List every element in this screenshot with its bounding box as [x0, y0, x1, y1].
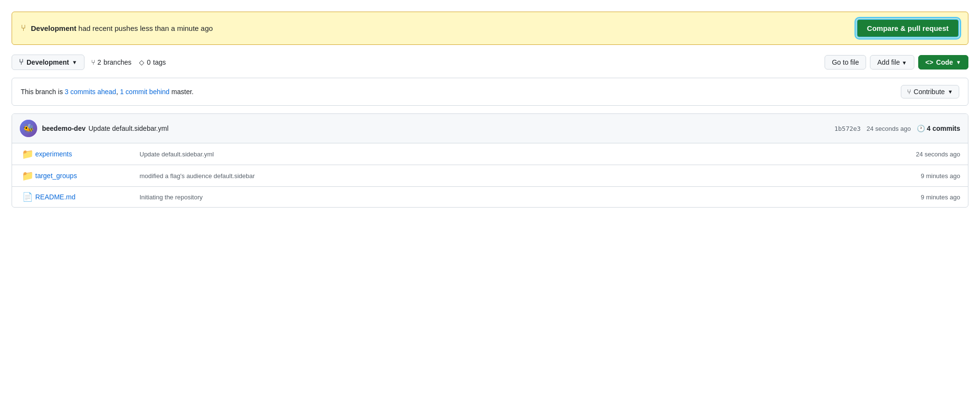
- code-button[interactable]: <> Code ▼: [918, 55, 968, 70]
- file-commit-message: modified a flag's audience default.sideb…: [132, 172, 902, 180]
- contribute-dropdown[interactable]: ⑂ Contribute ▼: [901, 85, 959, 98]
- branches-label: branches: [104, 58, 132, 66]
- file-name[interactable]: target_groups: [35, 172, 132, 180]
- banner-text: had recent pushes less than a minute ago: [76, 24, 213, 32]
- commit-author[interactable]: beedemo-dev: [42, 125, 85, 132]
- file-browser: 🐝 beedemo-dev Update default.sidebar.yml…: [12, 113, 968, 208]
- commit-message: Update default.sidebar.yml: [88, 125, 168, 132]
- commit-hash[interactable]: 1b572e3: [834, 125, 861, 132]
- branch-selector-label: Development: [27, 58, 69, 66]
- repo-toolbar: ⑂ Development ▼ ⑂ 2 branches ◇ 0 tags Go…: [12, 55, 968, 70]
- commit-time: 24 seconds ago: [867, 125, 911, 132]
- branches-link[interactable]: ⑂ 2 branches: [91, 58, 131, 66]
- contribute-icon: ⑂: [907, 88, 911, 96]
- banner-message: ⑂ Development had recent pushes less tha…: [21, 23, 213, 33]
- code-chevron: ▼: [956, 59, 961, 65]
- table-row: 📄README.mdInitiating the repository9 min…: [12, 187, 968, 207]
- file-commit-message: Update default.sidebar.yml: [132, 151, 902, 158]
- banner-branch-name: Development: [31, 24, 76, 32]
- code-icon: <>: [925, 58, 933, 66]
- tags-link[interactable]: ◇ 0 tags: [139, 58, 166, 66]
- commit-info: beedemo-dev Update default.sidebar.yml: [42, 125, 829, 132]
- avatar: 🐝: [20, 120, 37, 137]
- commits-count-label: 4 commits: [927, 125, 960, 132]
- commits-count-link[interactable]: 🕐 4 commits: [917, 125, 960, 132]
- branches-count: 2: [98, 58, 101, 66]
- folder-icon: 📁: [20, 148, 35, 160]
- branch-selector-chevron: ▼: [72, 59, 77, 65]
- branch-count-icon: ⑂: [91, 58, 95, 66]
- add-file-chevron: ▼: [902, 60, 907, 66]
- branch-status-bar: This branch is 3 commits ahead, 1 commit…: [12, 78, 968, 106]
- branches-tags-bar: ⑂ 2 branches ◇ 0 tags: [91, 58, 166, 66]
- contribute-label: Contribute: [914, 88, 945, 96]
- tags-label: tags: [153, 58, 166, 66]
- branch-status-text: This branch is 3 commits ahead, 1 commit…: [21, 88, 194, 96]
- commit-meta: 1b572e3 24 seconds ago 🕐 4 commits: [834, 125, 960, 132]
- folder-icon: 📁: [20, 170, 35, 182]
- compare-pull-request-button[interactable]: Compare & pull request: [856, 19, 959, 38]
- file-icon: 📄: [20, 192, 35, 202]
- tags-count: 0: [147, 58, 151, 66]
- commits-ahead-link[interactable]: 3 commits ahead: [65, 88, 116, 96]
- push-banner: ⑂ Development had recent pushes less tha…: [12, 12, 968, 45]
- add-file-button[interactable]: Add file ▼: [870, 55, 914, 70]
- branch-selector[interactable]: ⑂ Development ▼: [12, 55, 84, 70]
- table-row: 📁target_groupsmodified a flag's audience…: [12, 165, 968, 187]
- commit-header-row: 🐝 beedemo-dev Update default.sidebar.yml…: [12, 114, 968, 143]
- branch-selector-icon: ⑂: [19, 58, 24, 67]
- file-name[interactable]: README.md: [35, 193, 132, 201]
- go-to-file-button[interactable]: Go to file: [825, 55, 866, 70]
- file-time: 9 minutes ago: [902, 194, 960, 201]
- history-icon: 🕐: [917, 125, 925, 132]
- branch-icon: ⑂: [21, 23, 26, 33]
- contribute-chevron: ▼: [948, 89, 953, 95]
- file-commit-message: Initiating the repository: [132, 194, 902, 201]
- tag-icon: ◇: [139, 58, 144, 66]
- file-time: 24 seconds ago: [902, 151, 960, 158]
- file-name[interactable]: experiments: [35, 150, 132, 158]
- commits-behind-link[interactable]: 1 commit behind: [120, 88, 169, 96]
- file-time: 9 minutes ago: [902, 172, 960, 180]
- toolbar-actions: Go to file Add file ▼ <> Code ▼: [825, 55, 968, 70]
- table-row: 📁experimentsUpdate default.sidebar.yml24…: [12, 143, 968, 165]
